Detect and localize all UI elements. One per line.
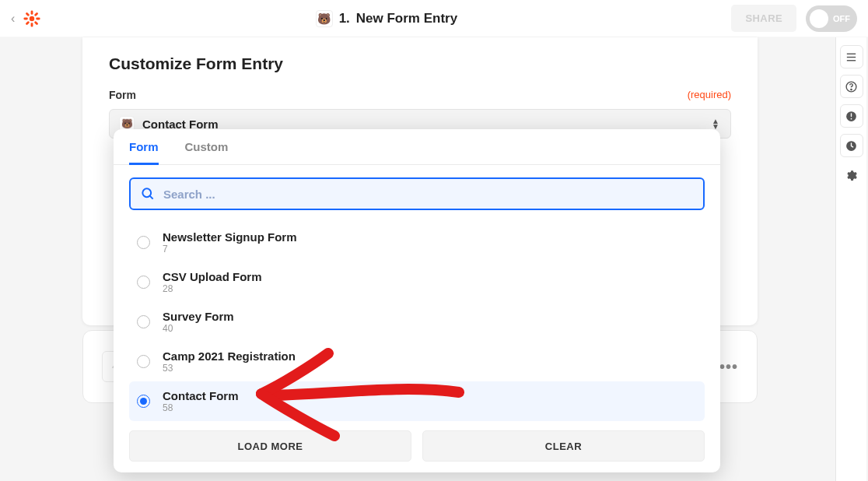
form-option[interactable]: Newsletter Signup Form7 <box>129 223 705 262</box>
tab-custom[interactable]: Custom <box>185 140 229 165</box>
svg-rect-5 <box>34 12 39 16</box>
option-id: 40 <box>163 323 234 334</box>
form-select-value: Contact Form <box>142 118 219 131</box>
card-heading: Customize Form Entry <box>109 54 731 73</box>
search-field[interactable] <box>129 177 705 210</box>
radio-icon <box>137 355 150 368</box>
svg-point-18 <box>142 188 151 197</box>
svg-line-19 <box>150 196 153 199</box>
radio-icon <box>137 276 150 289</box>
svg-rect-6 <box>26 20 30 25</box>
svg-rect-4 <box>37 17 40 19</box>
rail-alert-icon[interactable] <box>840 104 863 128</box>
load-more-button[interactable]: LOAD MORE <box>129 430 411 462</box>
svg-point-13 <box>851 89 852 90</box>
svg-rect-7 <box>26 12 30 16</box>
top-bar-left: ‹ <box>11 9 41 28</box>
svg-rect-2 <box>31 23 33 26</box>
title-text: New Form Entry <box>356 11 457 26</box>
form-dropdown: Form Custom Newsletter Signup Form7CSV U… <box>114 129 720 472</box>
option-label: Camp 2021 Registration <box>163 349 296 363</box>
toggle-knob <box>810 9 828 28</box>
page-title: 🐻 1. New Form Entry <box>41 10 731 27</box>
form-option[interactable]: Survey Form40 <box>129 302 705 342</box>
option-id: 53 <box>163 363 296 374</box>
radio-icon <box>137 315 150 328</box>
share-button[interactable]: SHARE <box>731 5 796 32</box>
rail-settings-icon[interactable] <box>840 163 863 187</box>
field-label: Form <box>109 89 136 101</box>
zapier-logo-icon <box>23 9 41 28</box>
clear-button[interactable]: CLEAR <box>422 430 705 462</box>
option-label: Contact Form <box>163 389 239 402</box>
svg-rect-3 <box>24 17 28 19</box>
title-prefix: 1. <box>339 11 350 26</box>
form-option[interactable]: CSV Upload Form28 <box>129 262 705 302</box>
svg-point-0 <box>30 16 34 20</box>
publish-toggle[interactable]: OFF <box>806 5 857 32</box>
option-label: CSV Upload Form <box>163 270 262 283</box>
tab-form[interactable]: Form <box>129 140 159 165</box>
top-bar: ‹ 🐻 1. New Form Entry SHARE OFF <box>0 0 868 37</box>
svg-point-16 <box>851 118 852 119</box>
radio-icon <box>137 395 150 408</box>
dropdown-body: Newsletter Signup Form7CSV Upload Form28… <box>114 165 720 421</box>
radio-icon <box>137 236 150 249</box>
svg-rect-1 <box>31 10 33 14</box>
top-bar-right: SHARE OFF <box>731 5 857 32</box>
option-label: Newsletter Signup Form <box>163 230 297 244</box>
side-rail <box>835 37 866 481</box>
rail-outline-icon[interactable] <box>840 45 863 68</box>
rail-history-icon[interactable] <box>840 134 863 157</box>
dropdown-tabs: Form Custom <box>114 129 720 165</box>
wpforms-icon: 🐻 <box>316 10 333 27</box>
svg-rect-15 <box>851 113 852 117</box>
svg-rect-8 <box>34 20 39 25</box>
search-input[interactable] <box>163 188 694 201</box>
form-option[interactable]: Contact Form58 <box>129 381 705 421</box>
rail-help-icon[interactable] <box>840 75 863 98</box>
chevron-updown-icon: ▲▼ <box>712 118 719 129</box>
required-badge: (required) <box>688 89 731 101</box>
option-label: Survey Form <box>163 310 234 323</box>
toggle-label: OFF <box>833 14 850 23</box>
search-icon <box>140 186 156 202</box>
form-option[interactable]: Camp 2021 Registration53 <box>129 342 705 381</box>
back-button[interactable]: ‹ <box>11 12 15 26</box>
option-id: 7 <box>163 244 297 255</box>
option-id: 58 <box>163 402 239 413</box>
option-id: 28 <box>163 283 262 294</box>
field-header-row: Form (required) <box>109 89 731 101</box>
dropdown-footer: LOAD MORE CLEAR <box>114 421 720 462</box>
